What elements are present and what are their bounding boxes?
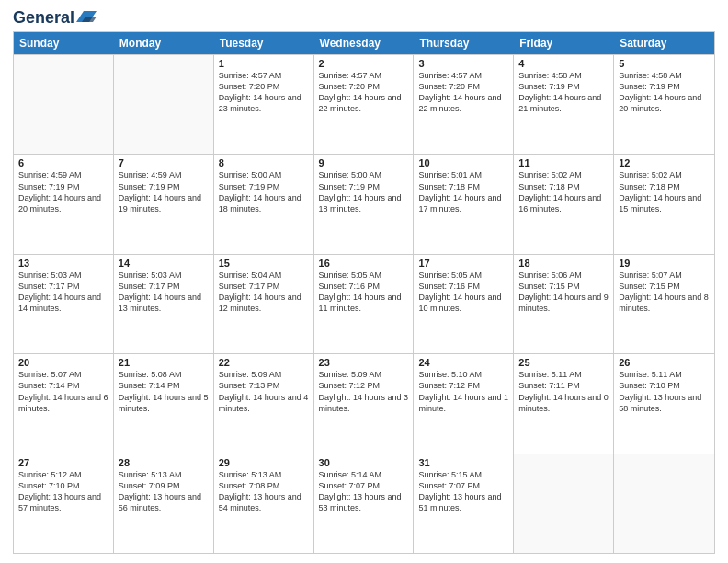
day-number: 24 xyxy=(418,357,508,368)
day-details: Sunrise: 4:58 AM Sunset: 7:19 PM Dayligh… xyxy=(619,70,710,115)
day-number: 23 xyxy=(319,357,409,368)
day-details: Sunrise: 5:02 AM Sunset: 7:18 PM Dayligh… xyxy=(518,169,609,214)
day-cell-19: 19Sunrise: 5:07 AM Sunset: 7:15 PM Dayli… xyxy=(614,255,714,353)
day-cell-18: 18Sunrise: 5:06 AM Sunset: 7:15 PM Dayli… xyxy=(514,255,614,353)
day-number: 21 xyxy=(119,357,209,368)
empty-cell xyxy=(514,454,614,553)
day-number: 27 xyxy=(18,457,108,468)
day-details: Sunrise: 5:07 AM Sunset: 7:14 PM Dayligh… xyxy=(18,369,108,414)
logo-general: General xyxy=(13,9,74,28)
day-number: 19 xyxy=(619,258,710,269)
day-details: Sunrise: 5:02 AM Sunset: 7:18 PM Dayligh… xyxy=(619,169,710,214)
header: General xyxy=(13,9,715,24)
weekday-header-tuesday: Tuesday xyxy=(214,32,314,54)
day-number: 30 xyxy=(319,457,409,468)
day-details: Sunrise: 5:01 AM Sunset: 7:18 PM Dayligh… xyxy=(418,169,508,214)
day-cell-24: 24Sunrise: 5:10 AM Sunset: 7:12 PM Dayli… xyxy=(414,354,514,453)
day-number: 28 xyxy=(119,457,209,468)
day-details: Sunrise: 5:08 AM Sunset: 7:14 PM Dayligh… xyxy=(119,369,209,414)
logo-icon xyxy=(76,9,97,24)
day-number: 13 xyxy=(18,258,108,269)
day-details: Sunrise: 5:14 AM Sunset: 7:07 PM Dayligh… xyxy=(319,469,409,514)
day-cell-16: 16Sunrise: 5:05 AM Sunset: 7:16 PM Dayli… xyxy=(314,255,415,353)
weekday-header-friday: Friday xyxy=(514,32,614,54)
day-number: 14 xyxy=(119,258,209,269)
day-cell-2: 2Sunrise: 4:57 AM Sunset: 7:20 PM Daylig… xyxy=(314,55,415,154)
day-cell-6: 6Sunrise: 4:59 AM Sunset: 7:19 PM Daylig… xyxy=(14,155,114,253)
weekday-header-thursday: Thursday xyxy=(414,32,514,54)
day-cell-17: 17Sunrise: 5:05 AM Sunset: 7:16 PM Dayli… xyxy=(414,255,514,353)
day-cell-21: 21Sunrise: 5:08 AM Sunset: 7:14 PM Dayli… xyxy=(114,354,214,453)
day-cell-12: 12Sunrise: 5:02 AM Sunset: 7:18 PM Dayli… xyxy=(614,155,714,253)
day-number: 16 xyxy=(319,258,409,269)
day-details: Sunrise: 5:06 AM Sunset: 7:15 PM Dayligh… xyxy=(518,270,609,315)
day-cell-25: 25Sunrise: 5:11 AM Sunset: 7:11 PM Dayli… xyxy=(514,354,614,453)
day-details: Sunrise: 4:57 AM Sunset: 7:20 PM Dayligh… xyxy=(219,70,309,115)
day-number: 9 xyxy=(319,157,409,168)
day-cell-31: 31Sunrise: 5:15 AM Sunset: 7:07 PM Dayli… xyxy=(414,454,514,553)
day-details: Sunrise: 5:13 AM Sunset: 7:09 PM Dayligh… xyxy=(119,469,209,514)
day-cell-13: 13Sunrise: 5:03 AM Sunset: 7:17 PM Dayli… xyxy=(14,255,114,353)
day-cell-4: 4Sunrise: 4:58 AM Sunset: 7:19 PM Daylig… xyxy=(514,55,614,154)
calendar-row-2: 6Sunrise: 4:59 AM Sunset: 7:19 PM Daylig… xyxy=(14,154,714,253)
calendar-page: General SundayMondayTuesdayWednesdayThur… xyxy=(0,0,728,563)
day-details: Sunrise: 5:12 AM Sunset: 7:10 PM Dayligh… xyxy=(18,469,108,514)
day-cell-3: 3Sunrise: 4:57 AM Sunset: 7:20 PM Daylig… xyxy=(414,55,514,154)
day-number: 8 xyxy=(219,157,309,168)
day-cell-26: 26Sunrise: 5:11 AM Sunset: 7:10 PM Dayli… xyxy=(614,354,714,453)
day-details: Sunrise: 5:09 AM Sunset: 7:13 PM Dayligh… xyxy=(219,369,309,414)
day-details: Sunrise: 5:04 AM Sunset: 7:17 PM Dayligh… xyxy=(219,270,309,315)
day-number: 20 xyxy=(18,357,108,368)
calendar-header: SundayMondayTuesdayWednesdayThursdayFrid… xyxy=(14,32,714,54)
day-number: 18 xyxy=(518,258,609,269)
calendar-row-1: 1Sunrise: 4:57 AM Sunset: 7:20 PM Daylig… xyxy=(14,54,714,154)
calendar-row-4: 20Sunrise: 5:07 AM Sunset: 7:14 PM Dayli… xyxy=(14,353,714,453)
day-number: 1 xyxy=(219,58,309,69)
day-number: 7 xyxy=(119,157,209,168)
day-cell-8: 8Sunrise: 5:00 AM Sunset: 7:19 PM Daylig… xyxy=(214,155,314,253)
weekday-header-sunday: Sunday xyxy=(14,32,114,54)
empty-cell xyxy=(614,454,714,553)
day-number: 29 xyxy=(219,457,309,468)
weekday-header-monday: Monday xyxy=(114,32,214,54)
day-cell-22: 22Sunrise: 5:09 AM Sunset: 7:13 PM Dayli… xyxy=(214,354,314,453)
day-details: Sunrise: 5:03 AM Sunset: 7:17 PM Dayligh… xyxy=(119,270,209,315)
day-details: Sunrise: 5:00 AM Sunset: 7:19 PM Dayligh… xyxy=(219,169,309,214)
day-details: Sunrise: 5:09 AM Sunset: 7:12 PM Dayligh… xyxy=(319,369,409,414)
calendar: SundayMondayTuesdayWednesdayThursdayFrid… xyxy=(13,31,715,554)
weekday-header-wednesday: Wednesday xyxy=(314,32,415,54)
day-cell-1: 1Sunrise: 4:57 AM Sunset: 7:20 PM Daylig… xyxy=(214,55,314,154)
day-details: Sunrise: 5:03 AM Sunset: 7:17 PM Dayligh… xyxy=(18,270,108,315)
calendar-body: 1Sunrise: 4:57 AM Sunset: 7:20 PM Daylig… xyxy=(14,54,714,553)
day-details: Sunrise: 5:10 AM Sunset: 7:12 PM Dayligh… xyxy=(418,369,508,414)
day-details: Sunrise: 4:59 AM Sunset: 7:19 PM Dayligh… xyxy=(18,169,108,214)
day-cell-7: 7Sunrise: 4:59 AM Sunset: 7:19 PM Daylig… xyxy=(114,155,214,253)
day-cell-30: 30Sunrise: 5:14 AM Sunset: 7:07 PM Dayli… xyxy=(314,454,415,553)
day-cell-10: 10Sunrise: 5:01 AM Sunset: 7:18 PM Dayli… xyxy=(414,155,514,253)
day-details: Sunrise: 5:05 AM Sunset: 7:16 PM Dayligh… xyxy=(319,270,409,315)
day-number: 10 xyxy=(418,157,508,168)
day-details: Sunrise: 4:57 AM Sunset: 7:20 PM Dayligh… xyxy=(418,70,508,115)
calendar-row-3: 13Sunrise: 5:03 AM Sunset: 7:17 PM Dayli… xyxy=(14,254,714,353)
day-details: Sunrise: 4:57 AM Sunset: 7:20 PM Dayligh… xyxy=(319,70,409,115)
day-cell-20: 20Sunrise: 5:07 AM Sunset: 7:14 PM Dayli… xyxy=(14,354,114,453)
day-number: 5 xyxy=(619,58,710,69)
day-number: 26 xyxy=(619,357,710,368)
empty-cell xyxy=(14,55,114,154)
day-details: Sunrise: 5:00 AM Sunset: 7:19 PM Dayligh… xyxy=(319,169,409,214)
day-cell-11: 11Sunrise: 5:02 AM Sunset: 7:18 PM Dayli… xyxy=(514,155,614,253)
day-cell-23: 23Sunrise: 5:09 AM Sunset: 7:12 PM Dayli… xyxy=(314,354,415,453)
day-cell-9: 9Sunrise: 5:00 AM Sunset: 7:19 PM Daylig… xyxy=(314,155,415,253)
calendar-row-5: 27Sunrise: 5:12 AM Sunset: 7:10 PM Dayli… xyxy=(14,454,714,553)
day-cell-27: 27Sunrise: 5:12 AM Sunset: 7:10 PM Dayli… xyxy=(14,454,114,553)
day-number: 3 xyxy=(418,58,508,69)
day-number: 6 xyxy=(18,157,108,168)
day-details: Sunrise: 5:15 AM Sunset: 7:07 PM Dayligh… xyxy=(418,469,508,514)
day-cell-29: 29Sunrise: 5:13 AM Sunset: 7:08 PM Dayli… xyxy=(214,454,314,553)
day-number: 15 xyxy=(219,258,309,269)
day-number: 11 xyxy=(518,157,609,168)
day-number: 4 xyxy=(518,58,609,69)
day-number: 31 xyxy=(418,457,508,468)
day-details: Sunrise: 5:07 AM Sunset: 7:15 PM Dayligh… xyxy=(619,270,710,315)
day-cell-5: 5Sunrise: 4:58 AM Sunset: 7:19 PM Daylig… xyxy=(614,55,714,154)
